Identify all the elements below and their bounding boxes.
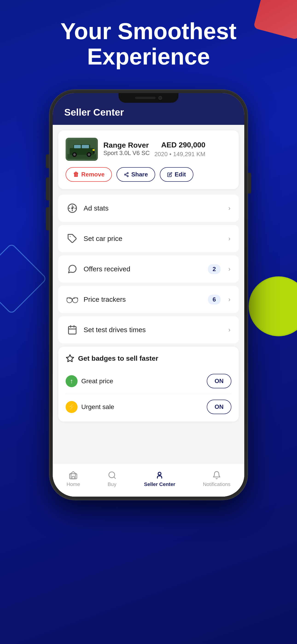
chevron-right-icon-4: › <box>228 296 230 303</box>
svg-rect-28 <box>72 476 74 479</box>
menu-item-offers[interactable]: Offers received 2 › <box>58 256 239 282</box>
nav-notifications[interactable]: Notifications <box>196 468 237 490</box>
price-tag-icon <box>66 233 78 244</box>
urgent-sale-icon: ⚡ <box>66 401 78 413</box>
car-name: Range Rover <box>103 141 150 150</box>
great-price-icon: ↑ <box>66 375 78 387</box>
speaker <box>135 97 156 99</box>
badge-title-icon <box>66 354 74 363</box>
phone-notch <box>118 93 178 103</box>
calendar-icon <box>66 324 78 336</box>
great-price-info: ↑ Great price <box>66 375 113 387</box>
svg-point-9 <box>88 154 90 156</box>
car-image <box>66 138 98 161</box>
nav-buy[interactable]: Buy <box>101 468 124 490</box>
svg-marker-25 <box>66 355 74 362</box>
front-camera <box>158 96 162 100</box>
remove-button[interactable]: 🗑 Remove <box>66 167 112 182</box>
chevron-right-icon: › <box>228 204 230 212</box>
nav-seller-center[interactable]: Seller Center <box>137 468 182 490</box>
offers-label: Offers received <box>84 265 202 273</box>
car-actions: 🗑 Remove Share <box>66 167 232 182</box>
edit-icon <box>167 172 172 177</box>
notifications-nav-label: Notifications <box>203 482 230 488</box>
badges-title-text: Get badges to sell faster <box>78 354 158 362</box>
chevron-right-icon-5: › <box>228 326 230 334</box>
bg-green-circle <box>249 276 297 336</box>
share-button[interactable]: Share <box>116 167 155 182</box>
svg-rect-4 <box>74 145 80 148</box>
svg-rect-21 <box>68 326 76 334</box>
hero-text: Your Smoothest Experience <box>0 18 297 69</box>
seller-center-nav-label: Seller Center <box>144 482 175 488</box>
nav-home[interactable]: Home <box>60 468 87 490</box>
buy-icon <box>108 471 116 480</box>
offer-icon <box>66 263 78 275</box>
car-info: Range Rover Sport 3.0L V6 SC AED 290,000… <box>66 138 205 161</box>
volume-up-button <box>46 177 49 200</box>
bg-blue-diamond <box>0 243 48 314</box>
car-details: Range Rover Sport 3.0L V6 SC AED 290,000… <box>103 141 205 158</box>
car-year: 2020 <box>154 151 168 158</box>
offers-badge: 2 <box>208 264 220 274</box>
svg-line-15 <box>126 175 127 176</box>
speedometer-icon <box>66 202 78 214</box>
urgent-sale-label: Urgent sale <box>81 403 114 411</box>
trackers-badge: 6 <box>208 294 220 304</box>
bell-icon <box>212 471 221 480</box>
svg-point-32 <box>159 474 160 476</box>
badges-card: Get badges to sell faster ↑ Great price … <box>58 347 239 422</box>
svg-rect-5 <box>82 145 89 148</box>
remove-label: Remove <box>81 171 104 178</box>
chevron-right-icon-2: › <box>228 235 230 242</box>
badges-title: Get badges to sell faster <box>66 354 232 363</box>
edit-label: Edit <box>174 171 186 178</box>
badge-row-urgent-sale: ⚡ Urgent sale ON <box>66 394 232 414</box>
svg-line-30 <box>114 477 115 478</box>
glasses-icon <box>66 294 78 305</box>
phone-mockup: Seller Center <box>50 90 248 500</box>
home-icon <box>69 471 78 480</box>
badge-row-great-price: ↑ Great price ON <box>66 368 232 394</box>
set-price-label: Set car price <box>84 235 220 242</box>
trackers-label: Price trackers <box>84 296 202 303</box>
menu-section: Ad stats › Set car price <box>58 195 239 347</box>
svg-point-17 <box>72 208 73 209</box>
svg-rect-10 <box>92 149 94 151</box>
buy-nav-label: Buy <box>108 482 116 488</box>
menu-item-ad-stats[interactable]: Ad stats › <box>58 195 239 222</box>
menu-item-set-price[interactable]: Set car price › <box>58 225 239 252</box>
share-icon <box>124 172 129 177</box>
chevron-right-icon-3: › <box>228 265 230 273</box>
ad-stats-label: Ad stats <box>84 204 220 212</box>
volume-down-button <box>46 207 49 230</box>
urgent-sale-info: ⚡ Urgent sale <box>66 401 114 413</box>
power-button <box>248 173 251 194</box>
car-model: Sport 3.0L V6 SC <box>103 150 150 156</box>
bottom-nav: Home Buy <box>53 464 244 496</box>
great-price-label: Great price <box>81 378 113 385</box>
svg-line-16 <box>126 173 127 174</box>
car-listing-card: Range Rover Sport 3.0L V6 SC AED 290,000… <box>58 130 239 189</box>
phone-screen: Seller Center <box>53 93 244 496</box>
app-title: Seller Center <box>64 107 233 118</box>
great-price-toggle[interactable]: ON <box>207 374 232 388</box>
test-drives-label: Set test drives times <box>84 326 220 334</box>
screen-content: Range Rover Sport 3.0L V6 SC AED 290,000… <box>53 125 244 496</box>
seller-center-icon <box>155 471 164 480</box>
menu-item-trackers[interactable]: Price trackers 6 › <box>58 286 239 313</box>
urgent-sale-toggle[interactable]: ON <box>207 400 232 414</box>
car-thumbnail-svg <box>67 140 96 159</box>
svg-point-7 <box>73 154 76 156</box>
car-dot: • <box>169 151 171 158</box>
svg-rect-11 <box>93 151 94 154</box>
car-mileage: 149,291 KM <box>173 151 205 158</box>
silent-button <box>46 154 49 168</box>
hero-line1: Your Smoothest <box>18 18 278 44</box>
phone-frame: Seller Center <box>50 90 248 500</box>
edit-button[interactable]: Edit <box>160 167 193 182</box>
home-nav-label: Home <box>66 482 80 488</box>
car-price: AED 290,000 <box>154 141 205 149</box>
menu-item-test-drives[interactable]: Set test drives times › <box>58 316 239 344</box>
hero-line2: Experience <box>18 44 278 69</box>
